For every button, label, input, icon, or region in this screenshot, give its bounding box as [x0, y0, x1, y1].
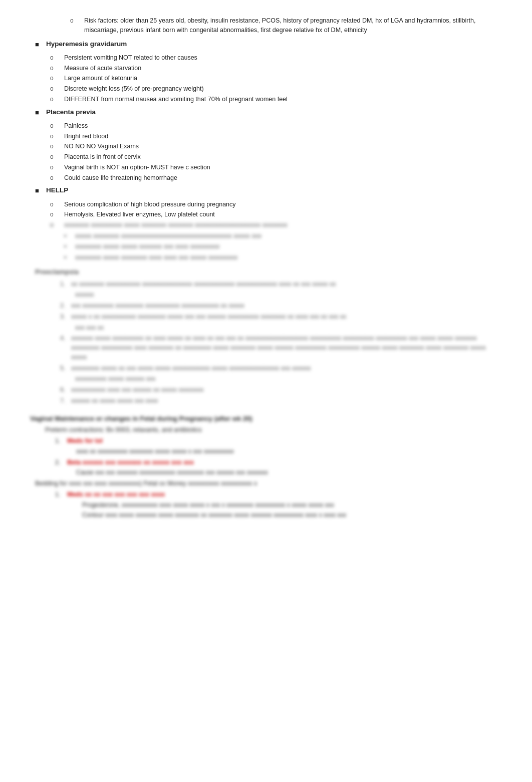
hellp-bullet: ■	[35, 185, 46, 196]
preeclampsia-item-7: 7. xxxxxx xx xxxxx xxxxx xxx xxxx	[60, 396, 502, 406]
bottom-sub-2: Bedding for xxxx xxx xxxx xxxxxxxxxx) Fe…	[35, 479, 502, 488]
preeclampsia-item-6: 6. xxxxxxxxxxx xxxx xxx xxxxxx xx xxxxx …	[60, 385, 502, 395]
sub-bullet-marker: o	[70, 16, 84, 25]
preeclampsia-sub-3: xxx xxx xx	[75, 323, 502, 333]
hyperemesis-item-1: o Persistent vomiting NOT related to oth…	[50, 53, 502, 63]
hellp-item-3-blurred: o xxxxxxxx xxxxxxxxxx xxxxx xxxxxxxx xxx…	[50, 220, 502, 230]
hellp-list: o Serious complication of high blood pre…	[50, 200, 502, 264]
preeclampsia-header: Preeclampsia	[35, 267, 502, 277]
hyperemesis-item-2: o Measure of acute starvation	[50, 64, 502, 73]
hyperemesis-item-4: o Discrete weight loss (5% of pre-pregna…	[50, 84, 502, 94]
placenta-previa-item-3: o NO NO NO Vaginal Exams	[50, 142, 502, 151]
bottom-numbered-list-2: 1. Meds xx xx xxx xxx xxx xxx xxxx Proge…	[55, 490, 502, 519]
preeclampsia-item-4: 4. xxxxxxx xxxxx xxxxxxxxxx xx xxxx xxxx…	[60, 334, 502, 362]
hellp-title: HELLP	[46, 185, 502, 195]
preeclampsia-section: Preeclampsia 1. xx xxxxxxxx xxxxxxxxxxx …	[35, 267, 502, 405]
placenta-previa-section: ■ Placenta previa o Painless o Bright re…	[30, 107, 502, 183]
bottom-item-3: 1. Meds xx xx xxx xxx xxx xxx xxxx Proge…	[55, 490, 502, 519]
preeclampsia-item-2: 2. xxx xxxxxxxxxx xxxxxxxxx xxxxxxxxxxx …	[60, 301, 502, 311]
placenta-previa-item-1: o Painless	[50, 121, 502, 131]
placenta-previa-item-6: o Could cause life threatening hemorrhag…	[50, 173, 502, 183]
placenta-previa-item-5: o Vaginal birth is NOT an option- MUST h…	[50, 163, 502, 172]
hellp-blurred-list: ▪ xxxxx xxxxxxxx xxxxxxxxxxxxxxxxxxxxxxx…	[64, 231, 502, 264]
preeclampsia-sub-5: xxxxxxxxxx xxxxx xxxxxx xxx	[75, 374, 502, 384]
bottom-section-header: Vaginal Maintenance or changes in Fetal …	[30, 414, 502, 424]
placenta-previa-bullet: ■	[35, 107, 46, 118]
hyperemesis-bullet: ■	[35, 39, 46, 50]
bottom-sub-1: Preterm contractions: Bx 0003, relaxants…	[45, 425, 502, 435]
hyperemesis-section: ■ Hyperemesis gravidarum o Persistent vo…	[30, 39, 502, 104]
bottom-numbered-list: 1. Meds for tol xxxx xx xxxxxxxxxx xxxxx…	[55, 436, 502, 477]
hellp-section: ■ HELLP o Serious complication of high b…	[30, 185, 502, 263]
hyperemesis-list: o Persistent vomiting NOT related to oth…	[50, 53, 502, 104]
bottom-section: Vaginal Maintenance or changes in Fetal …	[30, 414, 502, 519]
preeclampsia-item-5: 5. xxxxxxxxx xxxxx xx xxx xxxxx xxxxx xx…	[60, 364, 502, 373]
hellp-item-1: o Serious complication of high blood pre…	[50, 200, 502, 209]
placenta-previa-header-row: ■ Placenta previa	[35, 107, 502, 119]
placenta-previa-item-4: o Placenta is in front of cervix	[50, 152, 502, 162]
risk-factors-item: o Risk factors: older than 25 years old,…	[70, 16, 502, 35]
placenta-previa-title: Placenta previa	[46, 107, 502, 117]
risk-factors-text: Risk factors: older than 25 years old, o…	[84, 16, 502, 35]
bottom-item-1: 1. Meds for tol xxxx xx xxxxxxxxxx xxxxx…	[55, 436, 502, 456]
preeclampsia-item-1: 1. xx xxxxxxxx xxxxxxxxxxx xxxxxxxxxxxxx…	[60, 280, 502, 289]
bottom-item-2: 2. Beta xxxxxx xxx xxxxxxx xx xxxxx xxx …	[55, 458, 502, 477]
hyperemesis-item-3: o Large amount of ketonuria	[50, 74, 502, 83]
hyperemesis-header-row: ■ Hyperemesis gravidarum	[35, 39, 502, 51]
preeclampsia-list: 1. xx xxxxxxxx xxxxxxxxxxx xxxxxxxxxxxxx…	[60, 280, 502, 406]
placenta-previa-item-2: o Bright red blood	[50, 132, 502, 141]
hellp-item-2: o Hemolysis, Elevated liver enzymes, Low…	[50, 210, 502, 219]
preeclampsia-item-3: 3. xxxxx x xx xxxxxxxxxxx xxxxxxxxx xxxx…	[60, 312, 502, 322]
placenta-previa-list: o Painless o Bright red blood o NO NO NO…	[50, 121, 502, 183]
hyperemesis-title: Hyperemesis gravidarum	[46, 39, 502, 49]
hyperemesis-item-5: o DIFFERENT from normal nausea and vomit…	[50, 95, 502, 104]
hellp-header-row: ■ HELLP	[35, 185, 502, 197]
preeclampsia-sub-1: xxxxxx	[75, 290, 502, 300]
